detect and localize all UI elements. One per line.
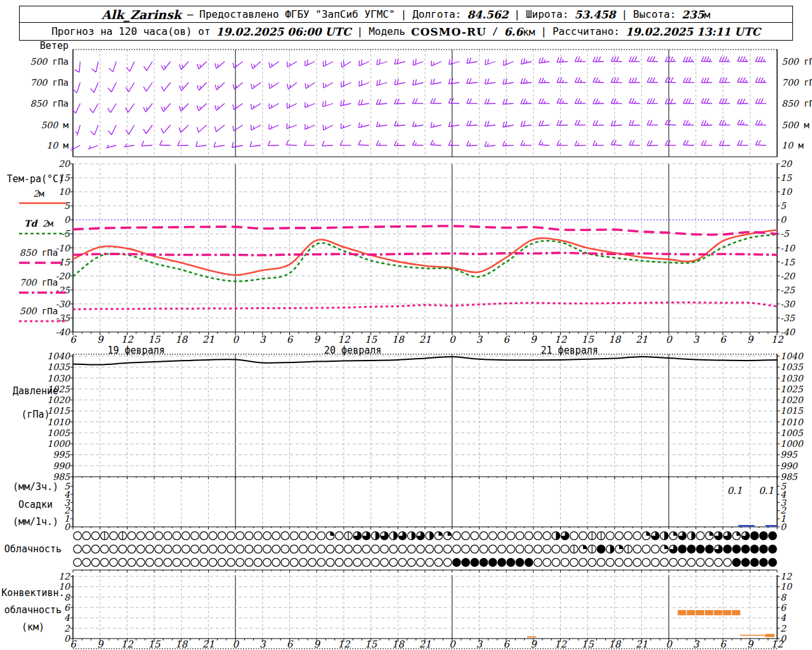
hour-labels: 6912151821036912151821036912151821036912…: [70, 334, 784, 650]
convective-cloud-bars: [527, 610, 775, 637]
svg-text:21: 21: [419, 639, 431, 650]
svg-text:8: 8: [64, 592, 70, 602]
svg-text:985: 985: [53, 472, 70, 482]
svg-text:1020: 1020: [47, 395, 70, 405]
svg-text:9: 9: [747, 639, 754, 650]
svg-text:0: 0: [665, 334, 672, 345]
svg-text:5: 5: [64, 201, 70, 211]
svg-text:-30: -30: [55, 299, 70, 309]
svg-text:15: 15: [58, 173, 70, 183]
svg-text:6: 6: [64, 602, 70, 613]
svg-text:10: 10: [58, 581, 70, 592]
svg-text:-40: -40: [55, 327, 70, 337]
svg-text:1010: 1010: [780, 417, 804, 427]
svg-text:6: 6: [503, 334, 510, 345]
svg-text:1030: 1030: [47, 373, 70, 383]
svg-text:1005: 1005: [47, 428, 70, 438]
svg-text:-30: -30: [780, 299, 796, 309]
svg-text:5: 5: [780, 201, 787, 211]
svg-text:20: 20: [58, 159, 70, 169]
svg-text:0: 0: [449, 334, 456, 345]
svg-text:0.1: 0.1: [759, 485, 774, 496]
svg-text:18: 18: [608, 334, 622, 345]
svg-text:15: 15: [148, 639, 162, 650]
svg-text:1000: 1000: [780, 439, 804, 449]
svg-text:15: 15: [365, 334, 378, 345]
svg-text:995: 995: [780, 449, 798, 460]
svg-text:18: 18: [392, 334, 405, 345]
wind-barb-row-850гПа: [72, 98, 766, 114]
svg-text:12: 12: [337, 334, 351, 345]
temp-series-850 гПа: [73, 226, 777, 235]
svg-text:1025: 1025: [780, 384, 804, 394]
svg-text:6: 6: [70, 334, 77, 345]
plot-canvas: 2020151510105500-5-5-10-10-15-15-20-20-2…: [0, 0, 812, 650]
wind-barb-row-500гПа: [75, 56, 766, 72]
svg-text:10: 10: [780, 187, 792, 197]
svg-text:2: 2: [780, 623, 787, 633]
svg-text:15: 15: [148, 334, 162, 345]
wind-barb-row-500м: [75, 120, 766, 136]
svg-text:1015: 1015: [780, 406, 804, 416]
svg-text:990: 990: [780, 461, 798, 471]
svg-text:6: 6: [503, 639, 510, 650]
svg-text:9: 9: [97, 639, 104, 650]
svg-text:-10: -10: [780, 243, 796, 253]
svg-text:9: 9: [530, 334, 537, 345]
svg-text:6: 6: [287, 334, 294, 345]
svg-text:18: 18: [175, 639, 188, 650]
svg-text:18: 18: [392, 639, 405, 650]
svg-text:0.1: 0.1: [727, 485, 742, 496]
precip-bars: 0.10.1: [727, 485, 777, 527]
svg-text:12: 12: [771, 334, 784, 345]
svg-text:1010: 1010: [47, 417, 70, 427]
svg-text:985: 985: [780, 472, 798, 482]
svg-text:12: 12: [771, 639, 784, 650]
svg-text:1040: 1040: [780, 351, 804, 361]
svg-text:9: 9: [530, 639, 537, 650]
svg-text:-25: -25: [780, 285, 796, 295]
cloud-symbols: [74, 532, 776, 567]
svg-text:21: 21: [636, 334, 648, 345]
meteogram-page: Alk_Zarinsk – Предоставлено ФГБУ "ЗапСиб…: [0, 0, 812, 650]
svg-text:1000: 1000: [47, 439, 70, 449]
svg-text:-20: -20: [55, 271, 70, 281]
svg-text:10 м: 10 м: [782, 140, 804, 150]
svg-text:21 февраля: 21 февраля: [541, 345, 598, 356]
svg-text:3: 3: [476, 334, 483, 345]
svg-text:3: 3: [259, 334, 266, 345]
svg-text:-10: -10: [55, 243, 70, 253]
svg-text:15: 15: [365, 639, 378, 650]
svg-text:12: 12: [121, 334, 134, 345]
svg-text:700 гПа: 700 гПа: [782, 77, 812, 88]
svg-text:4: 4: [64, 613, 70, 623]
svg-text:2: 2: [64, 623, 70, 633]
svg-text:15: 15: [780, 173, 792, 183]
svg-text:21: 21: [202, 334, 214, 345]
svg-text:12: 12: [337, 639, 351, 650]
svg-text:18: 18: [175, 334, 188, 345]
svg-text:6: 6: [780, 602, 787, 613]
svg-text:0: 0: [64, 522, 70, 532]
svg-text:3: 3: [259, 639, 266, 650]
svg-text:0: 0: [232, 639, 239, 650]
svg-text:1020: 1020: [780, 395, 804, 405]
svg-text:18: 18: [608, 639, 622, 650]
svg-text:990: 990: [53, 461, 70, 471]
svg-text:10: 10: [58, 187, 70, 197]
svg-text:-35: -35: [780, 313, 796, 323]
svg-text:0: 0: [780, 215, 787, 225]
svg-text:20 февраля: 20 февраля: [324, 345, 381, 356]
svg-text:1035: 1035: [780, 362, 804, 372]
svg-text:995: 995: [53, 449, 70, 460]
svg-text:19 февраля: 19 февраля: [107, 345, 164, 356]
svg-text:1015: 1015: [47, 406, 70, 416]
svg-text:9: 9: [747, 334, 754, 345]
svg-text:12: 12: [554, 639, 568, 650]
svg-text:20: 20: [780, 159, 792, 169]
svg-text:8: 8: [780, 592, 787, 602]
svg-text:12: 12: [554, 334, 568, 345]
svg-text:6: 6: [720, 334, 727, 345]
svg-text:9: 9: [313, 334, 320, 345]
svg-text:12: 12: [780, 571, 792, 581]
